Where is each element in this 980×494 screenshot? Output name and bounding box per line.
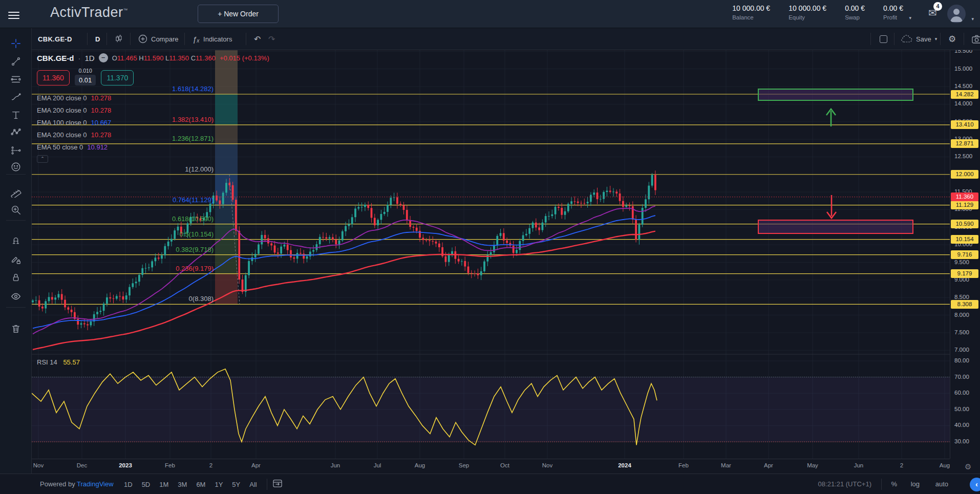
range-5d[interactable]: 5D — [137, 479, 155, 490]
logo-tm: ™ — [123, 8, 129, 13]
range-1d[interactable]: 1D — [119, 479, 137, 490]
screenshot-button[interactable] — [972, 28, 980, 50]
compare-button[interactable]: Compare — [138, 28, 178, 50]
crosshair-tool[interactable] — [9, 36, 23, 51]
time-label-2023: 2023 — [119, 462, 132, 468]
resistance-rectangle[interactable] — [758, 89, 913, 100]
arrow-down[interactable] — [827, 195, 836, 218]
emoji-tool[interactable] — [9, 160, 23, 174]
draw-lock-tool[interactable] — [9, 252, 23, 267]
pattern-tool[interactable] — [9, 125, 23, 139]
range-1m[interactable]: 1M — [155, 479, 173, 490]
indicator-row[interactable]: EMA 200 close 010.278 — [37, 92, 269, 104]
indicator-name: EMA 200 close 0 — [37, 106, 87, 114]
layout-button[interactable] — [880, 28, 887, 50]
eye-icon — [10, 291, 22, 302]
fib-price-badge: 13.410 — [951, 120, 978, 129]
fib-level-label: 0.236(9.179) — [176, 265, 214, 272]
sell-button[interactable]: 11.360 — [37, 70, 70, 85]
indicator-row[interactable]: EMA 100 close 010.667 — [37, 116, 269, 128]
account-label: Swap — [845, 14, 865, 20]
ruler-icon — [10, 186, 22, 198]
menu-icon[interactable] — [8, 10, 19, 21]
fib-price-badge: 9.716 — [951, 250, 978, 259]
candles-icon — [114, 34, 124, 44]
account-label: Profit — [883, 14, 903, 20]
collapse-indicators-button[interactable]: ⌃ — [37, 155, 48, 163]
account-caret-icon[interactable]: ▾ — [909, 15, 911, 20]
clock[interactable]: 08:21:21 (UTC+1) — [818, 480, 871, 488]
log-scale-button[interactable]: log — [911, 480, 920, 488]
ruler-tool[interactable] — [9, 185, 23, 199]
time-label-oct: Oct — [500, 462, 509, 468]
price-axis[interactable]: 15.50015.00014.50014.00013.50013.00012.5… — [950, 50, 980, 459]
rsi-tick: 50.00 — [954, 406, 969, 412]
legend-title-row[interactable]: CBK.GE-d · 1D – O11.465 H11.590 L11.350 … — [37, 53, 269, 62]
range-buttons: 1D5D1M3M6M1Y5YAll — [119, 474, 283, 494]
axis-settings-icon[interactable]: ⚙ — [965, 462, 971, 471]
save-caret-icon: ▾ — [935, 36, 938, 41]
trash-tool[interactable] — [9, 321, 23, 336]
new-order-button[interactable]: + New Order — [198, 5, 279, 23]
percent-scale-button[interactable]: % — [891, 480, 897, 488]
lock-tool[interactable] — [9, 270, 23, 285]
settings-button[interactable]: ⚙ — [948, 28, 956, 50]
ema-200-line[interactable] — [33, 231, 655, 350]
person-icon — [947, 5, 966, 23]
forecast-tool[interactable] — [9, 143, 23, 158]
eye-tool[interactable] — [9, 289, 23, 304]
ohlc-C: C11.360 — [191, 54, 216, 62]
price-tick: 14.500 — [954, 83, 972, 89]
time-label-aug: Aug — [940, 462, 950, 468]
indicator-row[interactable]: EMA 50 close 010.912 — [37, 141, 269, 153]
go-to-date-button[interactable] — [272, 479, 283, 490]
auto-scale-button[interactable]: auto — [935, 480, 948, 488]
indicator-row[interactable]: EMA 200 close 010.278 — [37, 128, 269, 141]
fib-retracement-tool[interactable] — [9, 72, 23, 87]
avatar[interactable] — [947, 5, 966, 23]
fib-level-label: 1(12.000) — [185, 165, 214, 173]
current-price-badge: 11.360 — [951, 192, 978, 201]
interval-button[interactable]: D — [95, 28, 100, 50]
range-divider — [267, 479, 267, 490]
zoom-in-tool[interactable] — [9, 203, 23, 217]
support-rectangle[interactable] — [758, 220, 913, 233]
panel-collapse-button[interactable]: ‹ — [970, 478, 980, 491]
ema-100-line[interactable] — [33, 216, 655, 328]
range-1y[interactable]: 1Y — [210, 479, 227, 490]
indicator-row[interactable]: EMA 200 close 010.278 — [37, 104, 269, 116]
trend-line-tool[interactable] — [9, 54, 23, 69]
time-label-jun: Jun — [854, 462, 864, 468]
sidebar-divider — [6, 174, 26, 175]
rsi-value: 55.57 — [63, 358, 80, 366]
buy-button[interactable]: 11.370 — [101, 70, 134, 85]
text-tool[interactable] — [9, 108, 23, 122]
time-axis[interactable]: NovDec2023Feb2AprJunJulAugSepOctNov2024F… — [32, 459, 950, 474]
range-5y[interactable]: 5Y — [227, 479, 245, 490]
time-label-2: 2 — [900, 462, 903, 468]
magnet-tool[interactable] — [9, 234, 23, 249]
undo-button[interactable]: ↶ — [254, 28, 261, 50]
sidebar-divider — [6, 307, 26, 308]
drawing-toolbar — [0, 28, 32, 494]
indicators-button[interactable]: ƒₓ Indicators — [193, 28, 232, 50]
time-label-sep: Sep — [459, 462, 469, 468]
bottom-bar: Powered by TradingView 1D5D1M3M6M1Y5YAll… — [0, 474, 980, 494]
range-3m[interactable]: 3M — [173, 479, 191, 490]
chart-type-button[interactable] — [114, 28, 124, 50]
redo-button[interactable]: ↷ — [268, 28, 275, 50]
rsi-legend[interactable]: RSI 14 55.57 — [37, 358, 80, 366]
indicator-rows: EMA 200 close 010.278EMA 200 close 010.2… — [37, 92, 269, 153]
account-value: 10 000.00 € — [789, 4, 826, 12]
arrow-up[interactable] — [826, 109, 836, 126]
tradingview-link[interactable]: TradingView — [77, 480, 114, 488]
fib-level-label: 0.764(11.129) — [173, 196, 214, 204]
collapse-symbol-button[interactable]: – — [99, 53, 108, 62]
range-6m[interactable]: 6M — [191, 479, 210, 490]
price-tick: 8.500 — [954, 294, 969, 300]
symbol-button[interactable]: CBK.GE-D — [38, 28, 72, 50]
range-all[interactable]: All — [245, 479, 261, 490]
brush-tool[interactable] — [9, 90, 23, 104]
save-button[interactable]: Save ▾ — [901, 28, 937, 50]
avatar-caret-icon[interactable]: ▾ — [971, 16, 974, 22]
